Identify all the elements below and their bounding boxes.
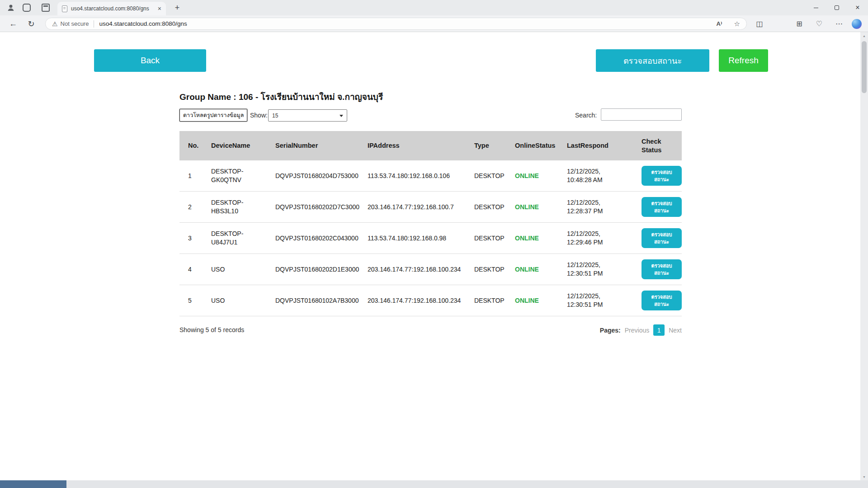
refresh-button[interactable]: Refresh [719,49,768,72]
bottom-strip [0,480,868,488]
tab-close-icon[interactable]: × [158,5,161,12]
current-page-button[interactable]: 1 [653,324,665,336]
cell-last-respond: 12/12/2025, 12:30:51 PM [567,292,642,309]
cell-ip-address: 203.146.174.77:192.168.100.234 [368,266,474,273]
cell-type: DESKTOP [474,203,515,211]
row-check-status-line1: ตรวจสอบ [651,169,672,176]
row-check-status-line1: ตรวจสอบ [651,231,672,239]
cell-type: DESKTOP [474,297,515,304]
row-check-status-button[interactable]: ตรวจสอบ สถานะ [642,197,682,217]
browser-tab[interactable]: uso4.starcatcloud.com:8080/gns × [57,2,166,15]
back-navigation-icon[interactable]: ← [6,15,20,32]
cell-ip-address: 203.146.174.77:192.168.100.7 [368,203,474,211]
cell-check-status: ตรวจสอบ สถานะ [642,291,682,310]
col-header-checkstatus: Check Status [642,137,682,154]
cell-check-status: ตรวจสอบ สถานะ [642,259,682,279]
cell-serial-number: DQVPJST01680202D7C3000 [275,203,368,211]
cell-serial-number: DQVPJST01680202C043000 [275,235,368,242]
cell-device-name: DESKTOP-GK0QTNV [211,167,275,184]
cell-device-name: USO [211,265,275,274]
next-page-button[interactable]: Next [669,327,682,334]
col-header-type: Type [474,141,515,150]
pagination: Pages: Previous 1 Next [600,324,682,336]
copilot-icon[interactable] [852,19,862,29]
cell-device-name: DESKTOP-U84J7U1 [211,230,275,247]
download-table-button[interactable]: ดาวโหลดรูปตารางข้อมูล [179,109,247,122]
maximize-button[interactable] [826,0,847,15]
browser-titlebar: uso4.starcatcloud.com:8080/gns × + × [0,0,868,15]
col-header-ipaddress: IPAddress [368,141,474,150]
cell-last-respond: 12/12/2025, 12:29:46 PM [567,230,642,247]
tab-actions-icon[interactable] [42,4,50,12]
col-header-onlinestatus: OnlineStatus [515,141,567,150]
search-label: Search: [575,112,597,119]
taskbar-fragment [0,480,66,488]
scroll-up-icon[interactable]: ▲ [860,32,868,39]
cell-device-name: DESKTOP-HBS3L10 [211,198,275,216]
cell-check-status: ตรวจสอบ สถานะ [642,166,682,186]
address-divider [94,20,94,28]
col-header-lastrespond: LastRespond [567,141,642,150]
address-bar[interactable]: ⚠ Not secure uso4.starcatcloud.com:8080/… [45,18,747,30]
minimize-button[interactable] [806,0,826,15]
cell-online-status: ONLINE [515,172,567,179]
row-check-status-button[interactable]: ตรวจสอบ สถานะ [642,166,682,186]
window-controls: × [806,0,868,15]
cell-no: 4 [188,266,211,273]
cell-online-status: ONLINE [515,203,567,211]
table-row: 2 DESKTOP-HBS3L10 DQVPJST01680202D7C3000… [179,192,682,223]
row-check-status-button[interactable]: ตรวจสอบ สถานะ [642,259,682,279]
tab-favicon-icon [62,5,67,12]
not-secure-warning-icon: ⚠ [52,21,58,27]
settings-more-icon[interactable]: ⋯ [832,15,846,32]
show-entries-value: 15 [272,113,278,119]
table-row: 4 USO DQVPJST01680202D1E3000 203.146.174… [179,254,682,285]
workspaces-icon[interactable] [23,4,31,12]
browser-essentials-icon[interactable]: ♡ [812,15,826,32]
row-check-status-button[interactable]: ตรวจสอบ สถานะ [642,228,682,248]
cell-serial-number: DQVPJST01680102A7B3000 [275,297,368,304]
cell-online-status: ONLINE [515,235,567,242]
favorites-star-icon[interactable]: ☆ [734,20,740,28]
row-check-status-line1: ตรวจสอบ [651,200,672,207]
new-tab-button[interactable]: + [172,3,182,13]
check-status-all-button[interactable]: ตรวจสอบสถานะ [596,49,709,72]
collections-icon[interactable]: ⊞ [792,15,807,32]
show-label: Show: [250,112,268,119]
search-input[interactable] [601,108,682,121]
row-check-status-line2: สถานะ [654,207,669,215]
vertical-scrollbar[interactable]: ▲ ▼ [860,32,868,480]
split-screen-icon[interactable]: ◫ [752,15,767,32]
cell-check-status: ตรวจสอบ สถานะ [642,197,682,217]
read-aloud-icon[interactable]: A⁾ [716,20,722,27]
cell-ip-address: 113.53.74.180:192.168.0.106 [368,172,474,179]
row-check-status-line1: ตรวจสอบ [651,293,672,301]
cell-last-respond: 12/12/2025, 10:48:28 AM [567,167,642,184]
back-button[interactable]: Back [94,49,206,72]
scrollbar-thumb[interactable] [862,41,867,93]
cell-type: DESKTOP [474,235,515,242]
address-url: uso4.starcatcloud.com:8080/gns [99,20,704,27]
cell-no: 1 [188,172,211,179]
table-body: 1 DESKTOP-GK0QTNV DQVPJST01680204D753000… [179,160,682,316]
cell-ip-address: 203.146.174.77:192.168.100.234 [368,297,474,304]
cell-serial-number: DQVPJST01680202D1E3000 [275,266,368,273]
cell-type: DESKTOP [474,266,515,273]
maximize-icon [835,5,839,10]
cell-no: 3 [188,235,211,242]
cell-ip-address: 113.53.74.180:192.168.0.98 [368,235,474,242]
profile-avatar-icon[interactable] [5,2,16,13]
previous-page-button[interactable]: Previous [625,327,649,334]
scroll-down-icon[interactable]: ▼ [860,473,868,480]
refresh-navigation-icon[interactable]: ↻ [24,15,38,32]
row-check-status-button[interactable]: ตรวจสอบ สถานะ [642,291,682,310]
table-row: 5 USO DQVPJST01680102A7B3000 203.146.174… [179,285,682,316]
cell-device-name: USO [211,296,275,305]
table-row: 3 DESKTOP-U84J7U1 DQVPJST01680202C043000… [179,223,682,254]
close-window-button[interactable]: × [847,0,868,15]
cell-last-respond: 12/12/2025, 12:30:51 PM [567,261,642,278]
device-table: No. DeviceName SerialNumber IPAddress Ty… [179,131,682,316]
col-header-no: No. [188,141,211,150]
row-check-status-line2: สถานะ [654,238,669,246]
show-entries-select[interactable]: 15 [268,109,347,122]
